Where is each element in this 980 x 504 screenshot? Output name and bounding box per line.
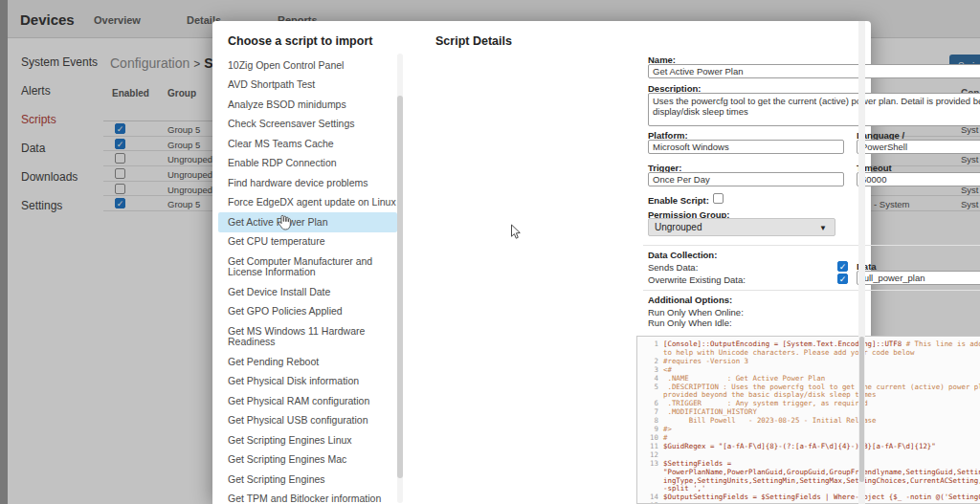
script-list-item-get-active-power-plan[interactable]: Get Active Power Plan <box>218 212 397 232</box>
script-list-item-get-cpu-temperature[interactable]: Get CPU temperature <box>218 232 397 252</box>
overwrite-data-checkbox[interactable]: ✓ <box>837 274 848 284</box>
script-list-item-get-scripting-engines-linux[interactable]: Get Scripting Engines Linux <box>218 430 397 450</box>
platform-input[interactable] <box>648 140 844 154</box>
code-line-number: 13 <box>643 460 658 494</box>
trigger-input[interactable] <box>648 172 844 186</box>
code-line: 9#> <box>643 426 980 434</box>
script-list-item-check-screensaver-settings[interactable]: Check Screensaver Settings <box>218 115 397 135</box>
chevron-down-icon: ▼ <box>819 220 827 236</box>
code-line-text: #requires -Version 3 <box>663 358 980 366</box>
list-scrollbar[interactable] <box>397 54 403 503</box>
sends-data-label: Sends Data: <box>648 262 698 273</box>
overwrite-data-label: Overwrite Existing Data: <box>648 274 746 285</box>
script-list-item-get-gpo-policies-applied[interactable]: Get GPO Policies Applied <box>218 302 397 322</box>
script-list-item-enable-rdp-connection[interactable]: Enable RDP Connection <box>218 154 397 174</box>
script-list-item-clear-ms-teams-cache[interactable]: Clear MS Teams Cache <box>218 134 397 154</box>
script-list-item-get-computer-manufacturer-and-license-information[interactable]: Get Computer Manufacturer and License In… <box>218 252 397 282</box>
script-import-list: 10Zig Open Control PanelAVD Shortpath Te… <box>218 55 397 503</box>
code-line-number: 1 <box>643 340 658 358</box>
script-list-item-find-hardware-device-problems[interactable]: Find hardware device problems <box>218 173 397 193</box>
script-list-item-get-tpm-and-bitlocker-information[interactable]: Get TPM and Bitlocker information <box>218 490 397 504</box>
modal-scrollbar-thumb[interactable] <box>859 337 864 482</box>
code-line-text: [Console]::OutputEncoding = [System.Text… <box>663 340 980 358</box>
details-title: Script Details <box>435 34 512 48</box>
code-line: 2#requires -Version 3 <box>643 358 980 366</box>
code-line: 14$OutputSettingFields = $SettingFields … <box>643 493 980 502</box>
name-input[interactable] <box>648 64 980 78</box>
script-details-panel: Script Details Name: Description: Platfo… <box>431 21 878 504</box>
sends-data-checkbox[interactable]: ✓ <box>837 261 848 272</box>
script-list-item-get-physical-usb-configuration[interactable]: Get Physical USB configuration <box>218 411 397 431</box>
additional-options-label: Additional Options: <box>648 295 732 305</box>
data-collection-label: Data Collection: <box>648 250 717 260</box>
code-line-text: $GuidRegex = "[a-fA-F\d]{8}-(?:[a-fA-F\d… <box>663 443 980 451</box>
run-idle-label: Run Only When Idle: <box>648 318 732 328</box>
list-scrollbar-thumb[interactable] <box>397 96 403 478</box>
code-line: 13$SettingFields = "PowerPlanName,PowerP… <box>643 460 980 494</box>
timeout-input[interactable] <box>857 172 980 186</box>
script-list-item-get-physical-disk-information[interactable]: Get Physical Disk information <box>218 372 397 392</box>
permission-group-value: Ungrouped <box>655 222 702 232</box>
script-list-item-get-scripting-engines-mac[interactable]: Get Scripting Engines Mac <box>218 450 397 471</box>
data-index-input[interactable] <box>857 271 980 285</box>
modal-title: Choose a script to import <box>228 34 372 48</box>
code-line-text: $SettingFields = "PowerPlanName,PowerPla… <box>663 460 980 494</box>
modal-scrollbar[interactable] <box>858 21 865 504</box>
code-line-text: #> <box>663 426 980 434</box>
language-input[interactable] <box>857 140 980 154</box>
enable-script-label: Enable Script: <box>648 195 709 206</box>
script-list-item-get-scripting-engines[interactable]: Get Scripting Engines <box>218 470 397 490</box>
import-script-modal: Choose a script to import 10Zig Open Con… <box>212 21 871 504</box>
permission-group-dropdown[interactable]: Ungrouped ▼ <box>648 218 835 236</box>
description-input[interactable] <box>648 93 980 126</box>
section-divider <box>643 290 980 291</box>
section-divider <box>643 245 980 246</box>
code-line: 8 Bill Powell - 2023-08-25 - Initial Rel… <box>643 417 980 426</box>
code-lines: 1[Console]::OutputEncoding = [System.Tex… <box>643 340 980 504</box>
code-line-text: $OutputSettingFields = $SettingFields | … <box>663 493 980 502</box>
script-list-item-get-ms-windows-11-hardware-readiness[interactable]: Get MS Windows 11 Hardware Readiness <box>218 321 397 352</box>
script-list-item-get-device-install-date[interactable]: Get Device Install Date <box>218 282 397 302</box>
code-line: 11$GuidRegex = "[a-fA-F\d]{8}-(?:[a-fA-F… <box>643 443 980 451</box>
enable-script-checkbox[interactable] <box>713 193 724 204</box>
script-list-item-10zig-open-control-panel[interactable]: 10Zig Open Control Panel <box>218 55 397 76</box>
code-line-text: .DESCRIPTION : Uses the powercfg tool to… <box>663 383 980 401</box>
code-line-number: 5 <box>643 383 658 401</box>
script-list-item-analyze-bsod-minidumps[interactable]: Analyze BSOD minidumps <box>218 95 397 115</box>
code-line: 1[Console]::OutputEncoding = [System.Tex… <box>643 340 980 358</box>
script-list-item-get-physical-ram-configuration[interactable]: Get Physical RAM configuration <box>218 391 397 411</box>
script-list-item-avd-shortpath-test[interactable]: AVD Shortpath Test <box>218 76 397 96</box>
code-line: 5 .DESCRIPTION : Uses the powercfg tool … <box>643 383 980 401</box>
script-list-item-get-pending-reboot[interactable]: Get Pending Reboot <box>218 352 397 372</box>
code-line-text: Bill Powell - 2023-08-25 - Initial Relea… <box>663 417 980 426</box>
script-list-item-force-edgedx-agent-update-on-linux[interactable]: Force EdgeDX agent update on Linux <box>218 193 397 213</box>
screen: Devices Overview Details Reports System … <box>0 0 980 504</box>
run-online-label: Run Only When Online: <box>648 307 744 318</box>
script-code-editor[interactable]: 1[Console]::OutputEncoding = [System.Tex… <box>636 336 980 504</box>
